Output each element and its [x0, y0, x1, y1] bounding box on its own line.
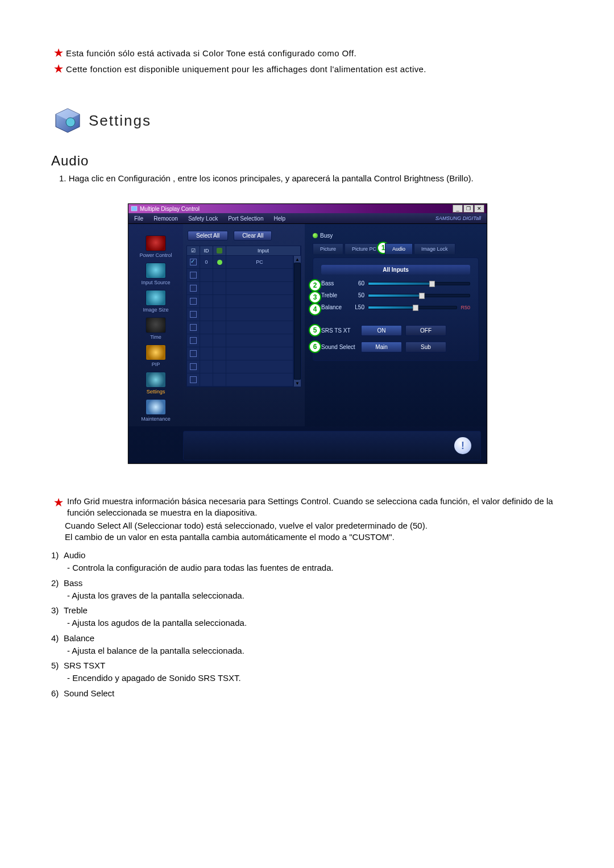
- clear-all-button[interactable]: Clear All: [234, 231, 272, 240]
- callout-6: 6: [309, 340, 321, 353]
- app-window: Multiple Display Control _ ❐ ✕ File Remo…: [128, 203, 487, 464]
- busy-dot-icon: [313, 233, 318, 238]
- pip-icon: [146, 344, 166, 360]
- time-icon: [146, 317, 166, 333]
- callout-3: 3: [309, 291, 321, 304]
- star-icon: ★: [53, 47, 64, 59]
- sound-select-label: Sound Select: [321, 344, 358, 350]
- table-row[interactable]: [187, 360, 293, 373]
- srs-label: SRS TS XT: [321, 327, 358, 334]
- note-line-1: ★Esta función sólo está activada si Colo…: [53, 47, 563, 59]
- display-grid: ☑ ID Input 0 PC: [186, 246, 301, 387]
- menu-remocon[interactable]: Remocon: [154, 215, 178, 222]
- window-titlebar: Multiple Display Control _ ❐ ✕: [128, 204, 487, 213]
- table-row[interactable]: [187, 282, 293, 295]
- tab-picture-pc[interactable]: Picture PC 1: [345, 243, 384, 254]
- row-checkbox[interactable]: [190, 311, 197, 318]
- srs-off-button[interactable]: OFF: [405, 325, 446, 336]
- treble-value: 50: [351, 292, 364, 298]
- row-checkbox[interactable]: [190, 259, 197, 265]
- menu-help[interactable]: Help: [273, 215, 285, 222]
- app-icon: [131, 205, 138, 212]
- minimize-button[interactable]: _: [453, 205, 463, 213]
- row-status: [213, 256, 226, 268]
- settings-icon: [146, 372, 166, 388]
- balance-left-value: L50: [351, 304, 364, 310]
- input-icon: [146, 263, 166, 279]
- note-text-1: Esta función sólo está activada si Color…: [66, 48, 356, 58]
- close-button[interactable]: ✕: [474, 205, 484, 213]
- table-row[interactable]: [187, 321, 293, 334]
- note-text-2: Cette fonction est disponible uniquement…: [66, 64, 426, 74]
- treble-slider[interactable]: [368, 294, 470, 297]
- scroll-down-icon[interactable]: ▼: [294, 380, 301, 387]
- sidebar-settings[interactable]: Settings: [133, 371, 179, 396]
- balance-slider[interactable]: [368, 306, 457, 309]
- power-icon: [146, 235, 166, 251]
- settings-cube-icon: [53, 106, 82, 135]
- maintenance-icon: [146, 399, 166, 415]
- callout-4: 4: [309, 303, 321, 315]
- balance-right-value: R50: [460, 305, 470, 310]
- srs-on-button[interactable]: ON: [361, 325, 402, 336]
- sidebar-pip[interactable]: PIP: [133, 343, 179, 368]
- scroll-up-icon[interactable]: ▲: [294, 256, 301, 263]
- table-row[interactable]: [187, 373, 293, 387]
- row-checkbox[interactable]: [190, 298, 197, 305]
- grid-head-input: Input: [226, 246, 301, 255]
- grid-scrollbar[interactable]: ▲ ▼: [293, 256, 301, 387]
- table-row[interactable]: [187, 308, 293, 321]
- row-checkbox[interactable]: [190, 285, 197, 292]
- desc-paragraph-2: Cuando Select All (Seleccionar todo) est…: [65, 520, 563, 531]
- menu-port-selection[interactable]: Port Selection: [228, 215, 263, 222]
- table-row[interactable]: [187, 347, 293, 360]
- sound-sub-button[interactable]: Sub: [405, 342, 446, 352]
- balance-row: 4 Balance L50 R50: [321, 304, 470, 310]
- row-checkbox[interactable]: [190, 337, 197, 344]
- sidebar: Power Control Input Source Image Size Ti…: [128, 224, 183, 426]
- row-checkbox[interactable]: [190, 376, 197, 383]
- tab-audio[interactable]: Audio: [385, 243, 413, 254]
- sidebar-power-control[interactable]: Power Control: [133, 234, 179, 259]
- bass-slider[interactable]: [368, 282, 470, 285]
- grid-head-check[interactable]: ☑: [187, 246, 200, 255]
- description-list: 1)Audio- Controla la configuración de au…: [51, 550, 563, 699]
- lead-text: 1. Haga clic en Configuración , entre lo…: [59, 173, 563, 183]
- menu-bar: File Remocon Safety Lock Port Selection …: [128, 213, 487, 224]
- tab-picture[interactable]: Picture: [313, 243, 343, 254]
- samsung-logo: SAMSUNG DIGITall: [435, 215, 481, 221]
- settings-heading: Settings: [89, 112, 151, 130]
- tab-image-lock[interactable]: Image Lock: [414, 243, 455, 254]
- row-id: 0: [200, 256, 213, 268]
- sidebar-time[interactable]: Time: [133, 316, 179, 341]
- row-input: PC: [226, 256, 293, 268]
- menu-safety-lock[interactable]: Safety Lock: [188, 215, 218, 222]
- menu-file[interactable]: File: [134, 215, 143, 222]
- row-checkbox[interactable]: [190, 272, 197, 279]
- table-row[interactable]: [187, 295, 293, 308]
- sidebar-image-size[interactable]: Image Size: [133, 289, 179, 314]
- bass-value: 60: [351, 280, 364, 286]
- maximize-button[interactable]: ❐: [463, 205, 474, 213]
- callout-5: 5: [309, 324, 321, 337]
- sidebar-input-source[interactable]: Input Source: [133, 261, 179, 286]
- panel-heading: All Inputs: [321, 265, 470, 275]
- warning-icon: !: [454, 437, 471, 454]
- image-size-icon: [146, 290, 166, 306]
- select-all-button[interactable]: Select All: [188, 231, 228, 240]
- table-row[interactable]: 0 PC: [187, 256, 293, 269]
- row-checkbox[interactable]: [190, 363, 197, 370]
- sound-main-button[interactable]: Main: [361, 342, 402, 352]
- balance-label: Balance: [321, 304, 347, 310]
- grid-head-status: [213, 246, 226, 255]
- list-item: 5)SRS TSXT- Encendido y apagado de Sonid…: [51, 660, 563, 684]
- note-line-2: ★Cette fonction est disponible uniquemen…: [53, 63, 563, 75]
- table-row[interactable]: [187, 269, 293, 282]
- list-item: 3)Treble- Ajusta los agudos de la pantal…: [51, 605, 563, 629]
- row-checkbox[interactable]: [190, 324, 197, 331]
- desc-paragraph-3: El cambio de un valor en esta pantalla c…: [65, 531, 563, 543]
- row-checkbox[interactable]: [190, 350, 197, 357]
- table-row[interactable]: [187, 334, 293, 347]
- sidebar-maintenance[interactable]: Maintenance: [133, 398, 179, 423]
- audio-panel: All Inputs 2 Bass 60 3 Treble 50: [313, 258, 479, 361]
